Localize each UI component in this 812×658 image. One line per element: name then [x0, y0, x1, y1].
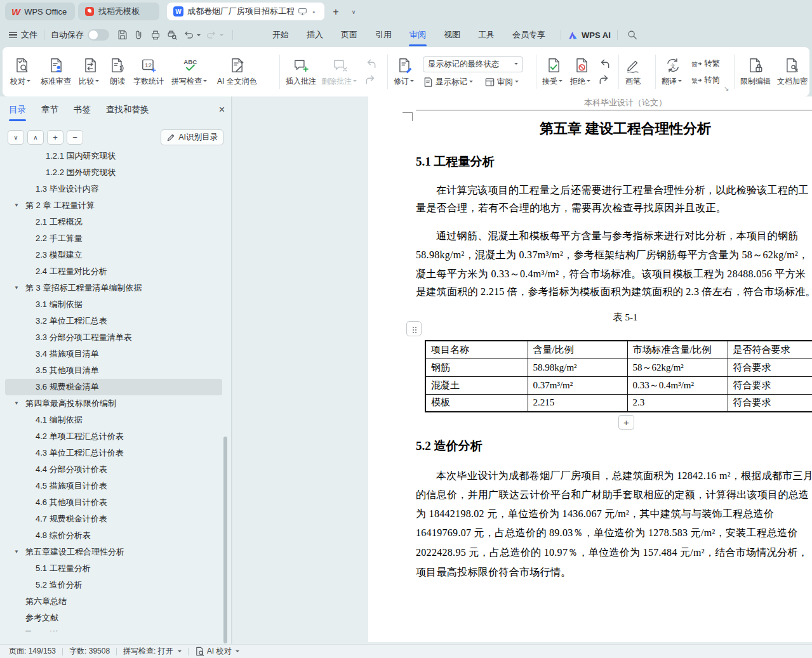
toc-collapse-arrow-icon[interactable]: ▼ [14, 197, 19, 214]
toc-item[interactable]: 3.2 单位工程汇总表 [5, 313, 222, 329]
next-revision-icon[interactable] [598, 74, 611, 85]
table-add-row-button[interactable]: + [618, 415, 634, 430]
toc-collapse-arrow-icon[interactable]: ▼ [14, 395, 19, 412]
toc-item[interactable]: 2.4 工程量对比分析 [5, 263, 222, 280]
toc-collapse-arrow-icon[interactable]: ▼ [14, 544, 19, 560]
toc-font-larger-button[interactable]: + [47, 130, 63, 145]
toc-item[interactable]: ▼第五章建设工程合理性分析 [5, 544, 222, 560]
toc-item[interactable]: 参考文献 [5, 610, 222, 626]
toc-item[interactable]: 3.1 编制依据 [5, 296, 222, 313]
autosave-toggle[interactable] [88, 29, 109, 41]
read-aloud-button[interactable]: 朗读 [109, 52, 126, 91]
toc-item[interactable]: 5.2 造价分析 [5, 577, 222, 593]
sidebar-scrollbar[interactable] [223, 437, 227, 643]
toc-item[interactable]: 3.3 分部分项工程量清单表 [5, 329, 222, 346]
redo-dropdown-caret[interactable] [220, 34, 223, 38]
toc-item[interactable]: 5.1 工程量分析 [5, 560, 222, 577]
table-header-cell[interactable]: 是否符合要求 [728, 341, 812, 359]
table-cell[interactable]: 混凝土 [425, 376, 528, 394]
panel-tab-find-replace[interactable]: 查找和替换 [106, 104, 149, 115]
toc-item[interactable]: 4.1 编制依据 [5, 412, 222, 428]
table-cell[interactable]: 钢筋 [425, 359, 528, 376]
table-cell[interactable]: 58.98kg/m² [528, 359, 627, 376]
table-cell[interactable]: 2.3 [627, 394, 728, 412]
menu-item-reference[interactable]: 引用 [375, 29, 392, 41]
undo-dropdown-caret[interactable] [197, 34, 201, 38]
tab-wps-office[interactable]: W WPS Office [5, 3, 75, 20]
print-preview-button[interactable] [164, 27, 180, 43]
toc-item[interactable]: 1.2.2 国外研究现状 [5, 164, 222, 181]
show-markup-button[interactable]: 显示标记 [423, 77, 476, 88]
spell-check-status[interactable]: 拼写检查: 打开 [123, 646, 182, 657]
toc-item[interactable]: 4.5 措施项目计价表 [5, 478, 222, 494]
table-move-handle[interactable] [406, 321, 422, 336]
previous-revision-icon[interactable] [598, 58, 611, 69]
previous-comment-icon[interactable] [364, 58, 377, 69]
panel-tab-toc[interactable]: 目录 [9, 104, 26, 115]
toc-item[interactable]: 4.7 规费税金计价表 [5, 511, 222, 527]
toc-font-smaller-button[interactable]: − [67, 130, 83, 145]
toc-item[interactable]: ▼第四章最高投标限价编制 [5, 395, 222, 412]
toc-item[interactable]: 4.6 其他项目计价表 [5, 494, 222, 511]
file-menu[interactable]: 文件 [9, 29, 37, 41]
wps-ai-button[interactable]: WPS AI [568, 30, 611, 40]
toc-item[interactable]: 第六章总结 [5, 593, 222, 610]
to-traditional-button[interactable]: 简 转繁 [691, 58, 720, 69]
menu-item-member[interactable]: 会员专享 [512, 29, 545, 41]
ai-polish-button[interactable]: AI 全文润色 [217, 52, 257, 91]
reject-revision-button[interactable]: 拒绝 [570, 52, 593, 91]
undo-button[interactable] [180, 27, 197, 43]
print-button[interactable] [147, 27, 164, 43]
toc-item[interactable]: 3.4 措施项目清单 [5, 346, 222, 362]
toc-collapse-button[interactable]: ∨ [8, 130, 24, 145]
next-comment-icon[interactable] [364, 74, 377, 85]
table-cell[interactable]: 符合要求 [728, 394, 812, 412]
accept-revision-button[interactable]: 接受 [542, 52, 565, 91]
toc-item[interactable]: 4.8 综价分析表 [5, 527, 222, 544]
menu-item-tools[interactable]: 工具 [478, 29, 495, 41]
toc-item[interactable]: 1.2.1 国内研究现状 [5, 151, 222, 164]
toc-item[interactable]: 4.3 单位工程汇总计价表 [5, 445, 222, 461]
track-changes-button[interactable]: 修订 [394, 52, 416, 91]
word-count-button[interactable]: 12 字数统计 [133, 52, 164, 91]
close-panel-button[interactable]: × [219, 104, 225, 115]
doc-table[interactable]: 项目名称含量/比例市场标准含量/比例是否符合要求钢筋58.98kg/m²58～6… [425, 340, 812, 412]
table-cell[interactable]: 符合要求 [728, 359, 812, 376]
encrypt-document-button[interactable]: 文档加密 [777, 52, 808, 91]
menu-item-view[interactable]: 视图 [444, 29, 460, 41]
toc-item[interactable]: 2.2 手工算量 [5, 230, 222, 247]
restrict-editing-button[interactable]: 限制编辑 [740, 52, 771, 91]
redo-button[interactable] [203, 27, 220, 43]
toc-item[interactable]: 2.3 模型建立 [5, 247, 222, 263]
delete-comment-button[interactable]: 删除批注 [321, 52, 359, 91]
table-cell[interactable]: 0.33～0.4m³/m² [627, 376, 728, 394]
word-count-indicator[interactable]: 字数: 39508 [69, 646, 110, 657]
export-button[interactable] [131, 27, 147, 43]
ai-recognize-toc-button[interactable]: AI识别目录 [161, 129, 223, 145]
toc-item[interactable]: ▼第 2 章 工程量计算 [5, 197, 222, 214]
toc-item[interactable]: 4.4 分部分项计价表 [5, 461, 222, 478]
save-button[interactable] [114, 27, 131, 43]
table-header-cell[interactable]: 市场标准含量/比例 [627, 341, 728, 359]
spell-check-button[interactable]: ABC 拼写检查 [171, 52, 210, 91]
menu-item-page[interactable]: 页面 [341, 29, 357, 41]
panel-tab-bookmarks[interactable]: 书签 [74, 104, 91, 115]
table-cell[interactable]: 0.37m³/m² [528, 376, 627, 394]
insert-comment-button[interactable]: 插入批注 [286, 52, 316, 91]
table-cell[interactable]: 58～62kg/m² [627, 359, 728, 376]
toc-item[interactable]: ▼第 3 章招标工程量清单编制依据 [5, 280, 222, 296]
search-button[interactable] [624, 27, 641, 43]
ai-proofread-button[interactable]: AI 校对 [195, 646, 240, 657]
table-header-cell[interactable]: 含量/比例 [528, 341, 627, 359]
translate-button[interactable]: 文 翻译 [662, 52, 684, 91]
table-cell[interactable]: 模板 [425, 394, 528, 412]
table-cell[interactable]: 符合要求 [728, 376, 812, 394]
to-simplified-button[interactable]: 繁 转简 [691, 75, 720, 86]
toc-expand-button[interactable]: ∧ [27, 130, 44, 145]
toc-item[interactable]: 1.3 毕业设计内容 [5, 181, 222, 197]
compare-button[interactable]: 比较 [79, 52, 102, 91]
document-canvas[interactable]: 本科毕业设计（论文） 第五章 建设工程合理性分析 5.1 工程量分析 在计算完该… [232, 96, 812, 644]
menu-item-review[interactable]: 审阅 [409, 29, 426, 41]
toc-item[interactable]: 致 谢 [5, 626, 222, 631]
menu-item-start[interactable]: 开始 [272, 29, 289, 41]
